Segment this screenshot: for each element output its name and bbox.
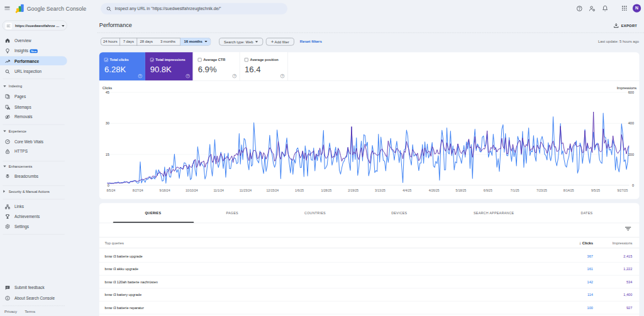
svg-text:30: 30	[106, 121, 109, 125]
svg-text:8/14/25: 8/14/25	[564, 188, 574, 192]
svg-text:45: 45	[106, 90, 109, 94]
svg-text:400: 400	[628, 121, 634, 125]
svg-text:7/1/25: 7/1/25	[511, 188, 519, 192]
svg-text:0: 0	[108, 183, 109, 187]
svg-text:1/6/25: 1/6/25	[295, 188, 304, 192]
svg-text:2/19/25: 2/19/25	[348, 188, 358, 192]
svg-text:8/27/24: 8/27/24	[133, 188, 143, 192]
svg-text:6/9/25: 6/9/25	[484, 188, 492, 192]
svg-text:9/5/25: 9/5/25	[591, 188, 600, 192]
svg-text:Impressions: Impressions	[617, 86, 637, 90]
svg-text:8/5/24: 8/5/24	[107, 188, 116, 192]
svg-text:4/4/25: 4/4/25	[402, 188, 411, 192]
svg-text:11/1/24: 11/1/24	[214, 188, 225, 192]
svg-text:600: 600	[628, 90, 634, 94]
svg-text:10/10/24: 10/10/24	[186, 188, 198, 192]
svg-text:12/15/24: 12/15/24	[267, 188, 279, 192]
svg-text:3/13/25: 3/13/25	[375, 188, 386, 192]
svg-text:7/23/25: 7/23/25	[536, 188, 547, 192]
svg-text:5/18/25: 5/18/25	[456, 188, 467, 192]
svg-text:9/27/25: 9/27/25	[618, 188, 628, 192]
svg-text:0: 0	[632, 183, 634, 187]
svg-text:4/26/25: 4/26/25	[429, 188, 440, 192]
svg-text:1/28/25: 1/28/25	[321, 188, 332, 192]
svg-text:11/23/24: 11/23/24	[240, 188, 252, 192]
svg-text:15: 15	[106, 153, 109, 156]
svg-text:Clicks: Clicks	[103, 86, 113, 90]
svg-text:9/18/24: 9/18/24	[160, 188, 170, 192]
svg-text:200: 200	[628, 153, 634, 156]
